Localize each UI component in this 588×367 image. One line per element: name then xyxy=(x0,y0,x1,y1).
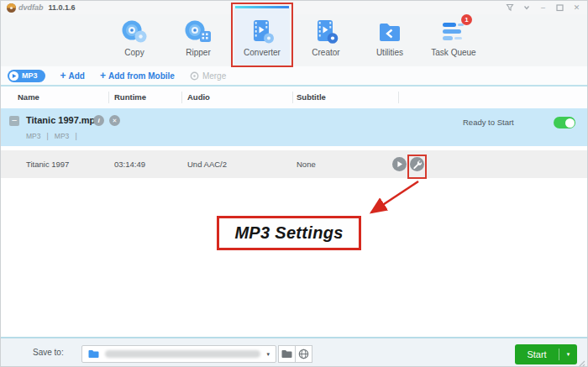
column-divider xyxy=(181,92,182,103)
converter-filmstrip-icon xyxy=(248,18,276,45)
start-options-caret[interactable]: ▾ xyxy=(559,344,577,364)
close-window-button[interactable]: ✕ xyxy=(572,3,581,13)
globe-icon xyxy=(298,349,309,359)
vip-funnel-icon[interactable] xyxy=(505,3,514,13)
info-icon[interactable]: i xyxy=(93,115,104,126)
source-group-row[interactable]: – Titanic 1997.mp4 i ✕ MP3 | MP3 | Ready… xyxy=(1,108,587,146)
column-divider xyxy=(108,92,109,103)
profile-label: MP3 xyxy=(22,71,38,80)
column-header-name: Name xyxy=(18,87,39,108)
annotation-arrow xyxy=(358,173,429,219)
column-divider xyxy=(292,92,293,103)
save-to-label: Save to: xyxy=(33,338,64,367)
annotation-label: MP3 Settings xyxy=(234,223,343,243)
merge-icon xyxy=(190,71,199,81)
output-folder-icon xyxy=(88,349,99,359)
converter-selected-indicator xyxy=(235,6,289,8)
main-toolbar: Copy Ripper xyxy=(1,14,587,66)
dvdfab-logo-icon xyxy=(7,3,16,13)
creator-filmstrip-icon xyxy=(312,18,340,45)
toolbar-label: Converter xyxy=(244,48,281,57)
menu-chevron-icon[interactable] xyxy=(522,3,531,13)
cell-audio: Und AAC/2 xyxy=(187,150,227,178)
bottom-bar: Save to: ▾ Start xyxy=(1,337,587,367)
toolbar-item-copy[interactable]: Copy xyxy=(107,14,162,66)
toolbar-item-creator[interactable]: Creator xyxy=(298,14,354,66)
utilities-folder-icon xyxy=(375,18,404,45)
toolbar-item-ripper[interactable]: Ripper xyxy=(171,14,226,66)
add-from-mobile-label: Add from Mobile xyxy=(108,71,175,81)
plus-icon: + xyxy=(100,70,106,81)
cell-runtime: 03:14:49 xyxy=(114,150,145,178)
source-title: Titanic 1997.mp4 xyxy=(26,115,100,125)
minimize-button[interactable]: – xyxy=(538,3,548,13)
ripper-disc-icon xyxy=(184,18,213,45)
toolbar-item-utilities[interactable]: Utilities xyxy=(362,14,417,66)
browse-folder-button[interactable] xyxy=(278,345,296,363)
annotation-callout: MP3 Settings xyxy=(217,216,361,250)
column-header-runtime: Runtime xyxy=(114,87,146,108)
status-text: Ready to Start xyxy=(463,118,514,127)
maximize-button[interactable] xyxy=(555,3,564,13)
cell-subtitle: None xyxy=(297,150,316,178)
toolbar-label: Creator xyxy=(312,48,339,57)
titlebar: dvdfab 11.0.1.6 – ✕ xyxy=(1,1,587,14)
plus-icon: + xyxy=(60,70,66,81)
cell-name: Titanic 1997 xyxy=(26,150,69,178)
profile-play-icon xyxy=(9,71,18,81)
dvdfab-window: dvdfab 11.0.1.6 – ✕ xyxy=(0,0,588,367)
app-version: 11.0.1.6 xyxy=(49,3,76,12)
window-controls: – ✕ xyxy=(505,3,581,13)
settings-wrench-button[interactable] xyxy=(410,157,424,171)
profile-tags: MP3 | MP3 | xyxy=(26,132,77,140)
add-label: Add xyxy=(69,71,85,81)
path-caret-icon[interactable]: ▾ xyxy=(266,351,270,358)
profile-mp3-button[interactable]: MP3 xyxy=(8,70,45,82)
column-divider xyxy=(398,92,399,103)
copy-disc-icon xyxy=(120,18,149,45)
title-row[interactable]: Titanic 1997 03:14:49 Und AAC/2 None xyxy=(1,150,587,178)
toggle-knob xyxy=(565,118,575,128)
task-queue-badge: 1 xyxy=(461,14,472,25)
toolbar-item-converter[interactable]: Converter xyxy=(234,14,290,66)
folder-icon xyxy=(281,349,292,359)
column-header-subtitle: Subtitle xyxy=(297,87,326,108)
merge-button-disabled[interactable]: Merge xyxy=(190,71,226,81)
app-name: dvdfab xyxy=(18,3,44,12)
table-header: Name Runtime Audio Subtitle xyxy=(1,87,587,108)
add-from-mobile-button[interactable]: + Add from Mobile xyxy=(100,70,175,81)
online-destination-button[interactable] xyxy=(295,345,312,363)
toolbar-label: Ripper xyxy=(186,48,210,57)
toolbar-label: Task Queue xyxy=(431,48,475,57)
toolbar-label: Utilities xyxy=(376,48,403,57)
start-label[interactable]: Start xyxy=(515,344,559,364)
output-path-redacted xyxy=(105,350,260,358)
collapse-toggle[interactable]: – xyxy=(9,116,19,126)
sub-toolbar: MP3 + Add + Add from Mobile Merge xyxy=(1,66,587,87)
start-button[interactable]: Start ▾ xyxy=(515,344,577,364)
resize-grip[interactable] xyxy=(577,357,585,365)
merge-label: Merge xyxy=(202,71,226,81)
toolbar-item-task-queue[interactable]: 1 Task Queue xyxy=(426,14,481,66)
output-buttons xyxy=(279,345,312,363)
add-button[interactable]: + Add xyxy=(60,70,85,81)
column-header-audio: Audio xyxy=(187,87,210,108)
app-logo: dvdfab 11.0.1.6 xyxy=(7,3,76,13)
preview-play-button[interactable] xyxy=(392,157,407,171)
output-path-dropdown[interactable]: ▾ xyxy=(81,345,276,363)
toolbar-label: Copy xyxy=(124,48,144,57)
remove-source-icon[interactable]: ✕ xyxy=(109,115,120,126)
enable-toggle[interactable] xyxy=(554,117,575,128)
